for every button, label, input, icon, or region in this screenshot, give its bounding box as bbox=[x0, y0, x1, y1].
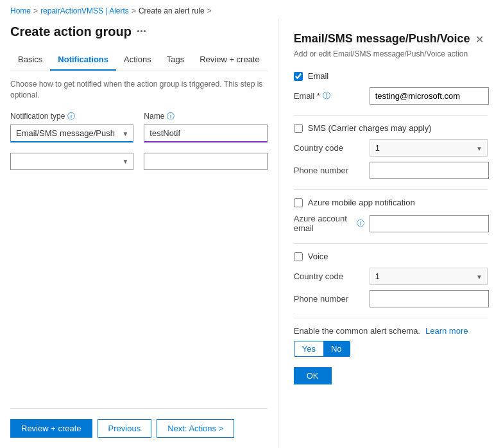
voice-checkbox-label: Voice bbox=[308, 252, 328, 261]
sms-country-row: Country code 1 ▼ bbox=[294, 139, 488, 157]
page-title: Create action group ··· bbox=[10, 19, 268, 42]
second-input-col bbox=[144, 153, 267, 170]
divider-4 bbox=[294, 318, 488, 318]
schema-toggle-group: Yes No bbox=[294, 341, 350, 357]
sms-checkbox[interactable] bbox=[294, 124, 303, 133]
schema-yes-button[interactable]: Yes bbox=[294, 341, 323, 356]
notification-type-info-icon[interactable]: ⓘ bbox=[67, 111, 75, 122]
sms-phone-label: Phone number bbox=[294, 166, 364, 175]
sms-country-label: Country code bbox=[294, 143, 364, 153]
voice-section: Voice Country code 1 ▼ Phone number bbox=[294, 252, 488, 307]
tab-bar: Basics Notifications Actions Tags Review… bbox=[10, 49, 268, 71]
tab-actions[interactable]: Actions bbox=[116, 49, 159, 71]
voice-country-row: Country code 1 ▼ bbox=[294, 268, 488, 285]
name-label: Name ⓘ bbox=[144, 111, 267, 122]
breadcrumb-current: Create an alert rule bbox=[139, 6, 205, 15]
tab-notifications[interactable]: Notifications bbox=[50, 49, 116, 71]
breadcrumb-sep-3: > bbox=[207, 6, 212, 15]
second-select-col: ▼ bbox=[10, 153, 133, 170]
second-select-wrapper: ▼ bbox=[10, 153, 133, 170]
email-field-row: Email * ⓘ bbox=[294, 87, 488, 105]
divider-2 bbox=[294, 189, 488, 190]
email-checkbox-row: Email bbox=[294, 71, 488, 81]
name-input[interactable] bbox=[144, 125, 267, 142]
sms-checkbox-label: SMS (Carrier charges may apply) bbox=[308, 123, 432, 133]
tab-review-create[interactable]: Review + create bbox=[192, 49, 268, 71]
azure-app-checkbox[interactable] bbox=[294, 198, 303, 207]
sms-country-select-wrapper: 1 ▼ bbox=[370, 139, 488, 157]
email-info-icon[interactable]: ⓘ bbox=[323, 90, 330, 101]
notification-type-select[interactable]: Email/SMS message/Push/Voice bbox=[10, 125, 133, 142]
name-info-icon[interactable]: ⓘ bbox=[167, 111, 175, 122]
schema-learn-more-link[interactable]: Learn more bbox=[425, 326, 468, 336]
tab-tags[interactable]: Tags bbox=[159, 49, 192, 71]
divider-3 bbox=[294, 243, 488, 244]
ok-button[interactable]: OK bbox=[294, 367, 332, 384]
voice-country-label: Country code bbox=[294, 271, 364, 281]
voice-country-select[interactable]: 1 bbox=[370, 268, 488, 285]
dialog-header: Email/SMS message/Push/Voice ✕ bbox=[294, 32, 488, 47]
schema-no-button[interactable]: No bbox=[323, 341, 350, 356]
voice-country-select-wrapper: 1 ▼ bbox=[370, 268, 488, 285]
sms-phone-row: Phone number bbox=[294, 162, 488, 179]
notification-type-col: Notification type ⓘ Email/SMS message/Pu… bbox=[10, 111, 133, 142]
breadcrumb-alerts[interactable]: repairActionVMSS | Alerts bbox=[40, 6, 129, 15]
notification-type-label: Notification type ⓘ bbox=[10, 111, 133, 122]
azure-email-label: Azure account email ⓘ bbox=[294, 214, 364, 233]
sms-phone-input[interactable] bbox=[370, 162, 489, 179]
second-name-input[interactable] bbox=[144, 153, 267, 170]
email-checkbox-label: Email bbox=[308, 71, 329, 81]
voice-phone-row: Phone number bbox=[294, 290, 488, 307]
bottom-buttons: Review + create Previous Next: Actions > bbox=[10, 408, 268, 448]
breadcrumb-home[interactable]: Home bbox=[10, 6, 31, 15]
sms-country-select[interactable]: 1 bbox=[370, 139, 488, 157]
sms-checkbox-row: SMS (Carrier charges may apply) bbox=[294, 123, 488, 133]
dialog-title: Email/SMS message/Push/Voice bbox=[294, 32, 470, 46]
voice-phone-label: Phone number bbox=[294, 294, 364, 304]
azure-email-row: Azure account email ⓘ bbox=[294, 214, 488, 233]
azure-app-checkbox-label: Azure mobile app notification bbox=[308, 198, 415, 207]
more-options-icon[interactable]: ··· bbox=[137, 25, 146, 39]
form-row-main: Notification type ⓘ Email/SMS message/Pu… bbox=[10, 111, 268, 142]
sms-section: SMS (Carrier charges may apply) Country … bbox=[294, 123, 488, 179]
divider-1 bbox=[294, 115, 488, 116]
email-checkbox[interactable] bbox=[294, 72, 303, 81]
schema-toggle-row: Enable the common alert schema. Learn mo… bbox=[294, 326, 488, 336]
email-input[interactable] bbox=[370, 87, 489, 105]
second-select[interactable] bbox=[10, 153, 133, 170]
breadcrumb-sep-1: > bbox=[33, 6, 38, 15]
notification-type-select-wrapper: Email/SMS message/Push/Voice ▼ bbox=[10, 125, 133, 142]
schema-label: Enable the common alert schema. bbox=[294, 326, 420, 336]
dialog-subtitle: Add or edit Email/SMS message/Push/Voice… bbox=[294, 49, 488, 58]
second-form-row: ▼ bbox=[10, 153, 268, 170]
previous-button[interactable]: Previous bbox=[98, 419, 152, 438]
azure-email-input[interactable] bbox=[370, 215, 489, 232]
email-section: Email Email * ⓘ bbox=[294, 71, 488, 105]
name-col: Name ⓘ bbox=[144, 111, 267, 142]
azure-email-info-icon[interactable]: ⓘ bbox=[357, 218, 364, 229]
azure-app-section: Azure mobile app notification Azure acco… bbox=[294, 198, 488, 233]
email-field-label: Email * ⓘ bbox=[294, 90, 364, 101]
breadcrumb-sep-2: > bbox=[132, 6, 136, 15]
schema-toggle-buttons: Yes No bbox=[294, 341, 488, 357]
voice-checkbox-row: Voice bbox=[294, 252, 488, 261]
next-actions-button[interactable]: Next: Actions > bbox=[157, 419, 234, 438]
tab-basics[interactable]: Basics bbox=[10, 49, 50, 71]
azure-app-checkbox-row: Azure mobile app notification bbox=[294, 198, 488, 207]
review-create-button[interactable]: Review + create bbox=[10, 419, 92, 438]
dialog-panel: Email/SMS message/Push/Voice ✕ Add or ed… bbox=[278, 19, 503, 448]
voice-phone-input[interactable] bbox=[370, 290, 489, 307]
voice-checkbox[interactable] bbox=[294, 252, 303, 261]
breadcrumb: Home > repairActionVMSS | Alerts > Creat… bbox=[0, 0, 503, 19]
close-button[interactable]: ✕ bbox=[472, 32, 488, 47]
tab-description: Choose how to get notified when the acti… bbox=[10, 79, 268, 101]
